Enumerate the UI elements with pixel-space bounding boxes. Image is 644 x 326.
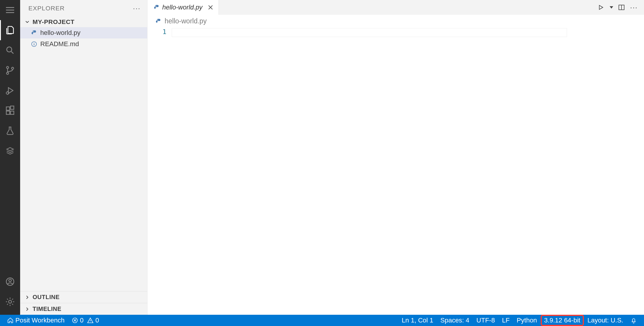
svg-point-0 — [7, 47, 12, 52]
close-icon — [207, 4, 214, 11]
chevron-down-icon — [24, 19, 30, 25]
python-icon — [31, 30, 37, 36]
status-notifications[interactable] — [627, 315, 640, 326]
status-errors-count: 0 — [80, 317, 83, 324]
status-bar: Posit Workbench 0 0 Ln 1, Col 1 Spaces: … — [0, 315, 644, 326]
code-body[interactable] — [172, 28, 644, 315]
bell-icon — [630, 317, 637, 324]
python-icon — [153, 4, 160, 11]
file-name: README.md — [40, 40, 79, 48]
svg-point-11 — [9, 300, 12, 303]
svg-rect-7 — [10, 111, 14, 114]
activity-explorer[interactable] — [0, 20, 20, 40]
warning-icon — [87, 317, 94, 324]
split-editor-button[interactable] — [617, 3, 626, 12]
chevron-right-icon — [24, 306, 30, 312]
flask-icon — [5, 126, 15, 136]
svg-point-2 — [7, 72, 9, 74]
tab-bar: hello-world.py ··· — [147, 0, 644, 15]
code-editor[interactable]: 1 — [147, 28, 644, 315]
svg-rect-5 — [6, 107, 9, 110]
svg-point-1 — [7, 67, 9, 69]
svg-point-10 — [9, 279, 12, 282]
activity-accounts[interactable] — [0, 272, 20, 292]
timeline-panel[interactable]: TIMELINE — [20, 303, 147, 315]
info-icon — [31, 41, 37, 47]
timeline-label: TIMELINE — [33, 306, 61, 312]
account-icon — [5, 277, 15, 287]
status-cursor[interactable]: Ln 1, Col 1 — [398, 315, 437, 326]
tab-close-button[interactable] — [207, 4, 214, 11]
home-icon — [7, 317, 14, 324]
extensions-icon — [5, 106, 15, 116]
search-icon — [5, 45, 15, 55]
activity-settings[interactable] — [0, 292, 20, 312]
gear-icon — [5, 297, 15, 307]
gutter: 1 — [147, 28, 172, 315]
explorer-more-button[interactable]: ··· — [133, 4, 141, 12]
menu-button[interactable] — [0, 0, 20, 20]
activity-testing[interactable] — [0, 121, 20, 141]
activity-run-debug[interactable] — [0, 80, 20, 101]
status-layout[interactable]: Layout: U.S. — [584, 315, 627, 326]
error-icon — [72, 317, 78, 324]
svg-point-14 — [155, 5, 156, 6]
status-warnings-count: 0 — [95, 317, 99, 324]
tab-label: hello-world.py — [162, 4, 203, 11]
chevron-right-icon — [24, 294, 30, 300]
outline-label: OUTLINE — [33, 294, 60, 301]
python-icon — [155, 18, 162, 25]
activity-extensions[interactable] — [0, 101, 20, 121]
explorer-sidebar: EXPLORER ··· MY-PROJECT hello-world.py R… — [20, 0, 147, 315]
breadcrumb-label: hello-world.py — [165, 17, 207, 25]
status-indentation[interactable]: Spaces: 4 — [437, 315, 473, 326]
status-eol[interactable]: LF — [498, 315, 513, 326]
status-problems[interactable]: 0 0 — [68, 315, 103, 326]
tab-actions: ··· — [597, 0, 644, 15]
project-folder-label: MY-PROJECT — [33, 18, 75, 25]
layers-icon — [5, 146, 15, 156]
current-line-highlight — [172, 28, 567, 37]
file-name: hello-world.py — [40, 29, 81, 37]
run-button[interactable] — [597, 3, 605, 12]
play-debug-icon — [5, 85, 15, 96]
file-row-readme[interactable]: README.md — [20, 38, 147, 50]
activity-search[interactable] — [0, 40, 20, 60]
run-dropdown[interactable] — [609, 3, 613, 12]
svg-point-12 — [33, 31, 33, 31]
svg-point-16 — [157, 19, 158, 20]
status-encoding[interactable]: UTF-8 — [473, 315, 498, 326]
split-icon — [618, 4, 625, 11]
activity-bar — [0, 0, 20, 315]
svg-rect-6 — [6, 111, 9, 114]
status-workbench-label: Posit Workbench — [15, 317, 65, 324]
play-icon — [597, 4, 604, 11]
status-interpreter[interactable]: 3.9.12 64-bit — [541, 315, 584, 326]
status-language[interactable]: Python — [513, 315, 541, 326]
breadcrumb[interactable]: hello-world.py — [147, 15, 644, 28]
tab-hello-world[interactable]: hello-world.py — [147, 0, 219, 15]
file-row-hello-world[interactable]: hello-world.py — [20, 27, 147, 38]
git-branch-icon — [5, 65, 15, 75]
activity-workbench[interactable] — [0, 141, 20, 161]
explorer-title: EXPLORER — [28, 5, 65, 12]
editor-more-button[interactable]: ··· — [630, 3, 638, 12]
status-workbench[interactable]: Posit Workbench — [4, 315, 68, 326]
activity-source-control[interactable] — [0, 60, 20, 80]
svg-rect-8 — [10, 106, 14, 109]
svg-point-3 — [12, 67, 14, 69]
line-number: 1 — [147, 28, 166, 35]
project-folder[interactable]: MY-PROJECT — [20, 17, 147, 27]
outline-panel[interactable]: OUTLINE — [20, 291, 147, 303]
files-icon — [5, 25, 15, 35]
menu-icon — [5, 5, 15, 15]
editor-area: hello-world.py ··· hello-world.py 1 — [147, 0, 644, 315]
